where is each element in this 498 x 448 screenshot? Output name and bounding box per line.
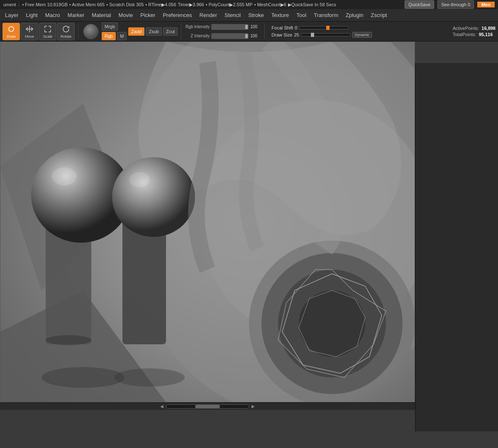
menu-button[interactable]: Men <box>477 2 495 7</box>
menu-texture[interactable]: Texture <box>268 11 293 19</box>
move-label: Move <box>25 34 34 39</box>
mrgb-button[interactable]: Mrgb <box>102 22 118 31</box>
right-panel <box>415 63 498 431</box>
menu-render[interactable]: Render <box>196 11 220 19</box>
z-intensity-row: Z Intensity 100 <box>185 32 261 40</box>
svg-rect-27 <box>122 220 166 344</box>
z-intensity-slider[interactable] <box>211 33 249 39</box>
zsub-button[interactable]: Zsub <box>146 27 161 36</box>
scale-tool[interactable]: Scale <box>39 23 56 40</box>
menu-picker[interactable]: Picker <box>137 11 159 19</box>
zadd-button[interactable]: Zadd <box>128 27 144 36</box>
menu-light[interactable]: Light <box>23 11 41 19</box>
draw-size-row: Draw Size 25 Dynamic <box>271 32 371 38</box>
canvas-area[interactable] <box>0 41 415 402</box>
svg-point-30 <box>129 172 150 187</box>
z-intensity-fill <box>212 34 248 39</box>
transform-tools: Draw Move Scale Rotate <box>2 23 75 40</box>
scrollbar-thumb[interactable] <box>195 405 220 408</box>
menu-preferences[interactable]: Preferences <box>159 11 195 19</box>
scroll-right-arrow[interactable]: ▶ <box>249 404 257 409</box>
draw-size-slider[interactable] <box>301 33 351 37</box>
rgb-button[interactable]: Rgb <box>102 32 116 40</box>
menu-macro[interactable]: Macro <box>42 11 63 19</box>
menu-transform[interactable]: Transform <box>310 11 342 19</box>
mesh-count: • MeshCount▶6 <box>254 2 286 7</box>
sep1 <box>78 24 78 39</box>
rgb-intensity-row: Rgb Intensity 100 <box>185 23 261 31</box>
sep2 <box>181 24 181 39</box>
menu-zscript[interactable]: Zscript <box>368 11 391 19</box>
active-points-label: ActivePoints: <box>453 26 479 31</box>
active-points-row: ActivePoints: 16,898 <box>453 26 496 31</box>
focal-shift-slider[interactable] <box>299 26 349 29</box>
menu-layer[interactable]: Layer <box>2 11 22 19</box>
dynamic-button[interactable]: Dynamic <box>352 32 372 38</box>
menu-zplugin[interactable]: Zplugin <box>342 11 367 19</box>
z-intensity-thumb[interactable] <box>245 34 248 38</box>
total-points-label: TotalPoints: <box>453 32 476 37</box>
timer: Timer▶3.966 <box>178 2 204 7</box>
z-intensity-label: Z Intensity <box>185 34 210 38</box>
intensity-sliders: Rgb Intensity 100 Z Intensity 100 <box>185 23 261 40</box>
quicksave-info: ▶QuickSave In 58 Secs <box>288 2 336 7</box>
focal-shift-label: Focal Shift <box>271 25 293 30</box>
focal-shift-thumb[interactable] <box>326 26 330 30</box>
draw-label: Draw <box>7 34 15 39</box>
focal-shift-value: 0 <box>295 25 297 30</box>
bottom-scrollbar: ◀ ▶ <box>0 402 415 410</box>
free-mem: • Free Mem 10.819GB <box>22 2 68 7</box>
draw-icon <box>7 24 16 34</box>
move-icon <box>25 24 34 34</box>
svg-point-26 <box>52 167 77 185</box>
scratch-disk: • Scratch Disk 305 <box>106 2 144 7</box>
m-button[interactable]: M <box>117 32 127 40</box>
document-label: ument <box>3 2 16 7</box>
z-mode-group: Zadd Zsub Zcut <box>128 27 178 36</box>
horizontal-scrollbar[interactable] <box>166 404 249 409</box>
rgb-intensity-thumb[interactable] <box>245 25 248 29</box>
color-mode-group: Mrgb Rgb M <box>102 22 127 40</box>
menu-stencil[interactable]: Stencil <box>221 11 244 19</box>
menu-marker[interactable]: Marker <box>64 11 88 19</box>
quicksave-button[interactable]: QuickSave <box>405 0 434 9</box>
seethrough-button[interactable]: See-through 0 <box>437 0 474 9</box>
rotate-icon <box>61 24 71 34</box>
zcut-button[interactable]: Zcut <box>163 27 178 36</box>
scale-label: Scale <box>43 34 53 39</box>
scale-icon <box>43 24 52 34</box>
menu-material[interactable]: Material <box>88 11 114 19</box>
sep3 <box>264 24 265 39</box>
svg-point-32 <box>114 368 185 387</box>
menu-tool[interactable]: Tool <box>293 11 310 19</box>
stats-group: ActivePoints: 16,898 TotalPoints: 95,116 <box>453 26 496 37</box>
draw-size-thumb[interactable] <box>311 33 314 37</box>
menu-stroke[interactable]: Stroke <box>245 11 267 19</box>
rgb-intensity-slider[interactable] <box>211 24 249 30</box>
rotate-label: Rotate <box>61 34 72 39</box>
status-bar: ument | • Free Mem 10.819GB • Active Mem… <box>0 0 498 9</box>
brush-preview[interactable] <box>83 24 98 39</box>
scroll-left-arrow[interactable]: ◀ <box>158 404 166 409</box>
poly-count: • PolyCount▶2.555 MP <box>206 2 253 7</box>
rgb-intensity-value: 100 <box>250 24 261 29</box>
menu-movie[interactable]: Movie <box>115 11 137 19</box>
toolbar: Draw Move Scale Rotate Mrgb Rg <box>0 22 498 41</box>
draw-size-label: Draw Size <box>271 32 292 37</box>
rotate-tool[interactable]: Rotate <box>57 23 75 40</box>
svg-point-24 <box>46 335 91 345</box>
total-points-value: 95,116 <box>479 32 493 37</box>
active-points-value: 16,898 <box>481 26 496 31</box>
rgb-intensity-fill <box>212 24 248 29</box>
total-points-row: TotalPoints: 95,116 <box>453 32 496 37</box>
svg-point-29 <box>112 157 195 237</box>
viewport-svg <box>0 41 415 402</box>
draw-tool[interactable]: Draw <box>2 23 20 40</box>
move-tool[interactable]: Move <box>21 23 38 40</box>
active-mem: • Active Mem 665 <box>69 2 105 7</box>
svg-point-1 <box>9 27 13 31</box>
focal-shift-row: Focal Shift 0 <box>271 25 371 30</box>
rgb-intensity-label: Rgb Intensity <box>185 24 210 29</box>
draw-size-value: 25 <box>294 32 299 37</box>
main-layout: ◀ ▶ <box>0 41 498 448</box>
